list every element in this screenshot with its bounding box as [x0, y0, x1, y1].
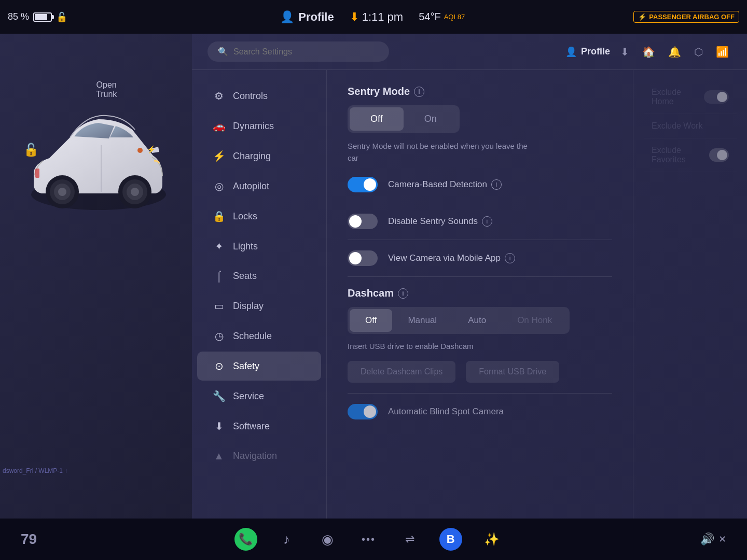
sparkle-icon[interactable]: ✨: [480, 528, 503, 551]
sidebar-item-display[interactable]: ▭ Display: [197, 291, 321, 320]
svg-point-10: [131, 188, 139, 196]
sidebar-item-locks[interactable]: 🔒 Locks: [197, 202, 321, 231]
profile-label: Profile: [298, 10, 334, 24]
sidebar-item-dynamics[interactable]: 🚗 Dynamics: [197, 111, 321, 141]
taskbar-icons: 📞 ♪ ◉ ••• ⇌ B ✨: [234, 528, 503, 551]
view-camera-label: View Camera via Mobile App i: [388, 253, 515, 263]
sentry-mode-on-button[interactable]: On: [404, 107, 458, 131]
charging-icon: ⚡: [213, 150, 225, 162]
seats-label: Seats: [233, 271, 257, 282]
trunk-label: Open Trunk: [96, 80, 117, 99]
lights-icon: ✦: [213, 240, 225, 253]
search-box[interactable]: 🔍: [208, 41, 389, 62]
seats-icon: ⌠: [213, 270, 225, 282]
music-icon[interactable]: ♪: [275, 528, 298, 551]
volume-control[interactable]: 🔊 ✕: [700, 533, 726, 546]
dashcam-auto-button[interactable]: Auto: [452, 309, 502, 332]
exclude-home-toggle[interactable]: [704, 90, 729, 104]
car-container: Open Trunk 🔓: [13, 49, 179, 267]
dashcam-manual-button[interactable]: Manual: [392, 309, 452, 332]
bell-header-icon[interactable]: 🔔: [666, 43, 684, 61]
sentry-mode-info-icon[interactable]: i: [414, 87, 424, 97]
status-right: ⚡ PASSENGER AIRBAG OFF: [633, 11, 739, 23]
blind-spot-toggle[interactable]: [348, 404, 378, 419]
more-icon[interactable]: •••: [357, 528, 380, 551]
camera-detection-toggle[interactable]: [348, 177, 378, 192]
view-camera-toggle[interactable]: [348, 250, 378, 266]
download-header-icon[interactable]: ⬇: [618, 43, 632, 61]
bluetooth-header-icon[interactable]: ⬡: [691, 43, 706, 61]
disable-sentry-sounds-info-icon[interactable]: i: [482, 216, 492, 227]
sidebar-item-software[interactable]: ⬇ Software: [197, 412, 321, 441]
svg-point-6: [58, 188, 66, 196]
signal-header-icon[interactable]: 📶: [713, 43, 731, 61]
disable-sentry-sounds-label: Disable Sentry Sounds i: [388, 216, 492, 227]
airbag-label: PASSENGER AIRBAG OFF: [649, 13, 735, 21]
passenger-airbag-indicator: ⚡ PASSENGER AIRBAG OFF: [633, 11, 739, 23]
sentry-mode-off-button[interactable]: Off: [350, 107, 404, 131]
taskbar-number: 79: [21, 531, 37, 548]
blind-spot-label: Automatic Blind Spot Camera: [388, 407, 504, 417]
exclude-panel: Exclude Home Exclude Work Exclude Favori…: [633, 70, 747, 519]
dashcam-off-button[interactable]: Off: [350, 309, 392, 332]
exclude-work-label: Exclude Work: [652, 121, 702, 131]
dashcam-info-icon[interactable]: i: [398, 288, 408, 299]
sidebar-item-controls[interactable]: ⚙ Controls: [197, 81, 321, 110]
schedule-label: Schedule: [233, 331, 272, 342]
time-value: 1:11 pm: [362, 10, 404, 24]
format-usb-button: Format USB Drive: [466, 361, 559, 383]
temp-value: 54°F: [419, 11, 440, 23]
sentry-mode-description: Sentry Mode will not be enabled when you…: [348, 141, 529, 164]
camera-detection-row: Camera-Based Detection i: [348, 177, 612, 192]
camera-detection-info-icon[interactable]: i: [491, 179, 502, 190]
divider-3: [348, 276, 612, 277]
search-input[interactable]: [233, 47, 379, 57]
controls-icon: ⚙: [213, 90, 225, 102]
exclude-favorites-label: Exclude Favorites: [652, 146, 709, 164]
disable-sentry-sounds-toggle[interactable]: [348, 214, 378, 229]
service-label: Service: [233, 391, 264, 402]
sidebar-item-navigation[interactable]: ▲ Navigation: [197, 442, 321, 470]
profile-button[interactable]: 👤 Profile: [280, 10, 334, 24]
delete-dashcam-clips-button: Delete Dashcam Clips: [348, 361, 455, 383]
exclude-home-item[interactable]: Exclude Home: [644, 80, 737, 114]
mute-icon[interactable]: ✕: [718, 534, 726, 545]
airbag-icon: ⚡: [638, 13, 646, 21]
sidebar-item-seats[interactable]: ⌠ Seats: [197, 262, 321, 290]
sidebar-item-service[interactable]: 🔧 Service: [197, 382, 321, 411]
safety-icon: ⊙: [213, 360, 225, 372]
divider-2: [348, 240, 612, 240]
safety-label: Safety: [233, 361, 259, 372]
exclude-favorites-item[interactable]: Exclude Favorites: [644, 138, 737, 172]
blind-spot-row: Automatic Blind Spot Camera: [348, 404, 612, 419]
display-label: Display: [233, 301, 264, 312]
locks-icon: 🔒: [213, 210, 225, 222]
schedule-icon: ◷: [213, 330, 225, 342]
battery-percentage: 85 %: [8, 11, 29, 22]
sentry-mode-toggle-group: Off On: [348, 105, 460, 133]
status-bar: 85 % 🔓 👤 Profile ⬇ 1:11 pm 54°F AQI 87 ⚡…: [0, 0, 747, 34]
svg-rect-2: [35, 169, 39, 178]
sidebar-item-schedule[interactable]: ◷ Schedule: [197, 321, 321, 351]
home-header-icon[interactable]: 🏠: [640, 43, 658, 61]
sidebar-item-charging[interactable]: ⚡ Charging: [197, 142, 321, 171]
main-settings-area: Sentry Mode i Off On Sentry Mode will no…: [327, 70, 633, 519]
lights-label: Lights: [233, 241, 258, 252]
disable-sentry-sounds-row: Disable Sentry Sounds i: [348, 214, 612, 229]
view-camera-info-icon[interactable]: i: [505, 253, 515, 263]
status-center: 👤 Profile ⬇ 1:11 pm 54°F AQI 87: [112, 10, 633, 24]
sidebar-item-autopilot[interactable]: ◎ Autopilot: [197, 172, 321, 201]
autopilot-label: Autopilot: [233, 181, 269, 192]
exclude-work-item[interactable]: Exclude Work: [644, 114, 737, 138]
search-icon: 🔍: [218, 47, 228, 57]
phone-icon[interactable]: 📞: [234, 528, 257, 551]
aqi-value: AQI 87: [444, 13, 465, 21]
shuffle-icon[interactable]: ⇌: [398, 528, 421, 551]
sidebar-item-safety[interactable]: ⊙ Safety: [197, 352, 321, 381]
bluetooth-icon[interactable]: B: [439, 528, 462, 551]
exclude-home-label: Exclude Home: [652, 88, 704, 106]
sidebar-item-lights[interactable]: ✦ Lights: [197, 232, 321, 261]
header-profile-button[interactable]: 👤 Profile: [565, 46, 610, 58]
apps-icon[interactable]: ◉: [316, 528, 339, 551]
dashcam-on-honk-button[interactable]: On Honk: [502, 309, 568, 332]
